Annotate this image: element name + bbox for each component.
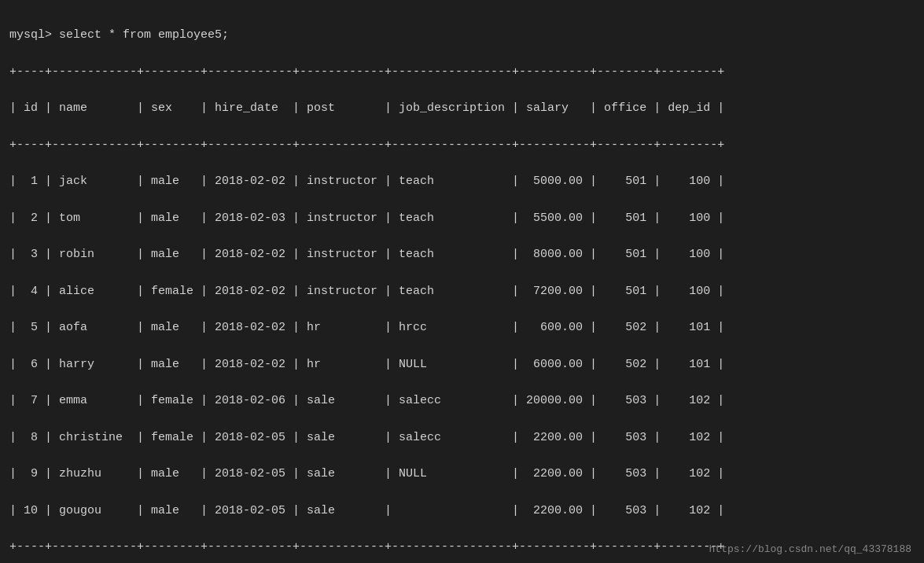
table-row-10: | 10 | gougou | male | 2018-02-05 | sale…	[9, 504, 724, 517]
table-row-1: | 1 | jack | male | 2018-02-02 | instruc…	[9, 175, 724, 188]
table-row-9: | 9 | zhuzhu | male | 2018-02-05 | sale …	[9, 467, 724, 480]
table-row-3: | 3 | robin | male | 2018-02-02 | instru…	[9, 248, 724, 261]
footer-link: https://blog.csdn.net/qq_43378188	[709, 543, 911, 555]
table-row-2: | 2 | tom | male | 2018-02-03 | instruct…	[9, 212, 724, 225]
table-row-5: | 5 | aofa | male | 2018-02-02 | hr | hr…	[9, 321, 724, 334]
table-row-4: | 4 | alice | female | 2018-02-02 | inst…	[9, 285, 724, 298]
terminal-window: mysql> select * from employee5; +----+--…	[0, 0, 924, 563]
separator-bottom: +----+------------+--------+------------…	[9, 540, 724, 554]
separator-header: +----+------------+--------+------------…	[9, 138, 724, 152]
table-header: | id | name | sex | hire_date | post | j…	[9, 101, 724, 115]
command-line: mysql> select * from employee5;	[9, 28, 229, 42]
table-row-8: | 8 | christine | female | 2018-02-05 | …	[9, 431, 724, 444]
separator-top: +----+------------+--------+------------…	[9, 65, 724, 79]
table-row-7: | 7 | emma | female | 2018-02-06 | sale …	[9, 394, 724, 407]
table-row-6: | 6 | harry | male | 2018-02-02 | hr | N…	[9, 358, 724, 371]
